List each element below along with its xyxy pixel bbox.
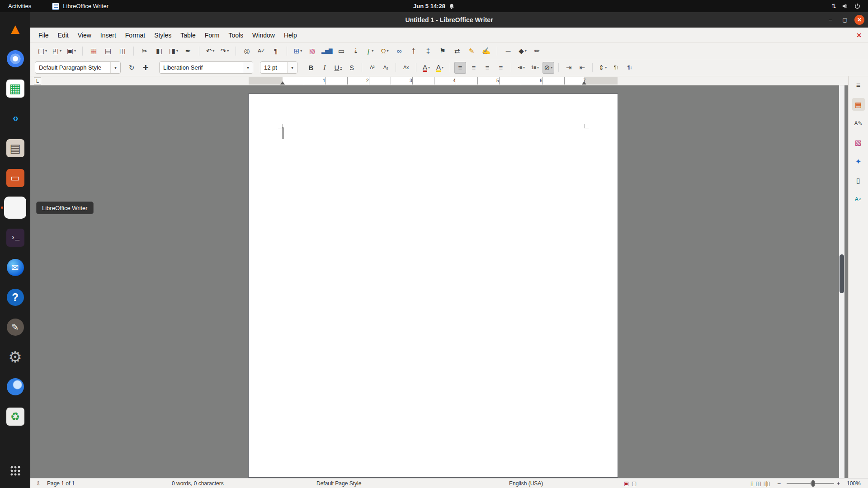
spelling-button[interactable]: A✓: [255, 45, 267, 57]
insert-special-character-button[interactable]: Ω: [379, 45, 391, 57]
single-page-view-button[interactable]: ▯: [750, 480, 753, 487]
superscript-button[interactable]: A²: [366, 62, 378, 74]
menu-help[interactable]: Help: [279, 28, 302, 42]
page-info[interactable]: Page 1 of 1: [47, 479, 75, 488]
menu-file[interactable]: File: [34, 28, 53, 42]
page-icon[interactable]: ▯: [852, 174, 865, 187]
insert-cross-reference-button[interactable]: ⇄: [451, 45, 463, 57]
right-indent-marker[interactable]: [582, 81, 586, 84]
print-preview-button[interactable]: ◫: [117, 45, 128, 57]
update-style-button[interactable]: ↻: [126, 62, 137, 74]
formatting-marks-button[interactable]: ¶: [270, 45, 282, 57]
vlc-icon[interactable]: ▲: [4, 18, 26, 40]
export-pdf-button[interactable]: ▦: [88, 45, 99, 57]
zoom-slider-handle[interactable]: [811, 480, 815, 487]
redo-button[interactable]: ↷: [219, 45, 231, 57]
libreoffice-impress-icon[interactable]: ▭: [4, 167, 26, 189]
activities-button[interactable]: Activities: [0, 0, 39, 12]
maximize-button[interactable]: ▢: [840, 15, 850, 25]
decrease-paragraph-spacing-button[interactable]: ¶↓: [624, 62, 636, 74]
unordered-list-button[interactable]: •≡: [515, 62, 527, 74]
style-inspector-icon[interactable]: A∘: [852, 193, 865, 206]
print-button[interactable]: ▤: [102, 45, 114, 57]
vertical-scrollbar[interactable]: [839, 85, 844, 478]
bold-button[interactable]: B: [305, 62, 317, 74]
help-icon[interactable]: ?: [4, 286, 26, 308]
navigator-icon[interactable]: ✦: [852, 155, 865, 168]
minimize-button[interactable]: –: [826, 15, 835, 25]
align-left-button[interactable]: ≡: [454, 62, 466, 74]
zoom-slider[interactable]: [787, 479, 834, 488]
insert-textbox-button[interactable]: ▭: [335, 45, 347, 57]
decrease-indent-button[interactable]: ⇤: [576, 62, 588, 74]
menu-tools[interactable]: Tools: [224, 28, 248, 42]
web-browser-icon[interactable]: [4, 375, 26, 398]
font-size-combo[interactable]: 12 pt ▾: [260, 61, 297, 74]
terminal-icon[interactable]: ›_: [4, 226, 26, 249]
insert-bookmark-button[interactable]: ⚑: [437, 45, 448, 57]
show-draw-functions-button[interactable]: ✏: [531, 45, 543, 57]
clock-button[interactable]: Jun 5 14:28: [413, 0, 455, 12]
clone-formatting-button[interactable]: ✒: [182, 45, 194, 57]
book-view-button[interactable]: ▯|▯: [764, 480, 769, 487]
thunderbird-icon[interactable]: ✉: [4, 256, 26, 278]
close-document-button[interactable]: ✕: [856, 32, 862, 39]
save-button[interactable]: ▣: [66, 45, 77, 57]
page-style[interactable]: Default Page Style: [316, 479, 361, 488]
insert-chart-button[interactable]: ▂▅▇: [321, 45, 333, 57]
new-document-button[interactable]: ▢: [37, 45, 48, 57]
system-tray[interactable]: ⇅: [831, 3, 868, 9]
word-count[interactable]: 0 words, 0 characters: [172, 479, 224, 488]
paragraph-style-combo[interactable]: Default Paragraph Style ▾: [35, 61, 121, 74]
tab-stop-selector[interactable]: L: [34, 77, 41, 84]
insert-pagebreak-button[interactable]: ⇣: [350, 45, 362, 57]
insert-footnote-button[interactable]: †: [408, 45, 420, 57]
basic-shapes-button[interactable]: ◆: [517, 45, 528, 57]
digital-signature-icon[interactable]: ▢: [632, 479, 637, 488]
vscode-icon[interactable]: ‹›: [4, 107, 26, 129]
ordered-list-button[interactable]: 1≡: [529, 62, 541, 74]
zoom-percent[interactable]: 100%: [847, 479, 861, 488]
trash-icon[interactable]: ♻: [4, 405, 26, 427]
open-document-button[interactable]: ◰: [51, 45, 63, 57]
line-spacing-button[interactable]: ⇕: [597, 62, 609, 74]
clear-formatting-button[interactable]: Ax: [400, 62, 412, 74]
gimp-icon[interactable]: ✎: [4, 316, 26, 338]
zoom-out-button[interactable]: –: [778, 479, 781, 488]
underline-button[interactable]: U: [332, 62, 344, 74]
font-name-combo[interactable]: Liberation Serif ▾: [159, 61, 253, 74]
insert-hyperlink-button[interactable]: ∞: [393, 45, 405, 57]
document-modified-icon[interactable]: ▣: [624, 479, 629, 488]
show-applications-button[interactable]: [4, 460, 26, 482]
focused-app-indicator[interactable]: LibreOffice Writer: [52, 3, 108, 10]
status-left-icon[interactable]: ⇩: [36, 479, 41, 488]
libreoffice-calc-icon[interactable]: ▦: [4, 77, 26, 99]
settings-icon[interactable]: ⚙: [4, 346, 26, 368]
track-changes-button[interactable]: ✍: [480, 45, 492, 57]
chromium-icon[interactable]: [4, 47, 26, 70]
menu-edit[interactable]: Edit: [53, 28, 73, 42]
styles-icon[interactable]: A✎: [852, 117, 865, 130]
paste-button[interactable]: ◨: [168, 45, 179, 57]
document-page[interactable]: [249, 94, 618, 477]
menu-format[interactable]: Format: [121, 28, 150, 42]
no-list-button[interactable]: ⊘: [542, 62, 554, 74]
strikethrough-button[interactable]: S: [346, 62, 358, 74]
files-icon[interactable]: ▤: [4, 137, 26, 159]
menu-styles[interactable]: Styles: [150, 28, 176, 42]
insert-image-button[interactable]: ▧: [307, 45, 318, 57]
cut-button[interactable]: ✂: [139, 45, 151, 57]
menu-view[interactable]: View: [73, 28, 96, 42]
insert-table-button[interactable]: ⊞: [292, 45, 304, 57]
multi-page-view-button[interactable]: ▯▯: [756, 480, 761, 487]
libreoffice-writer-icon[interactable]: [4, 197, 26, 219]
find-replace-button[interactable]: ◎: [241, 45, 253, 57]
insert-endnote-button[interactable]: ‡: [422, 45, 434, 57]
menu-form[interactable]: Form: [200, 28, 224, 42]
close-button[interactable]: ✕: [854, 15, 864, 25]
horizontal-ruler[interactable]: 1 2 3 4 5 6 7: [249, 77, 618, 84]
menu-window[interactable]: Window: [248, 28, 279, 42]
insert-line-button[interactable]: ─: [502, 45, 514, 57]
insert-comment-button[interactable]: ✎: [466, 45, 477, 57]
menu-insert[interactable]: Insert: [96, 28, 121, 42]
